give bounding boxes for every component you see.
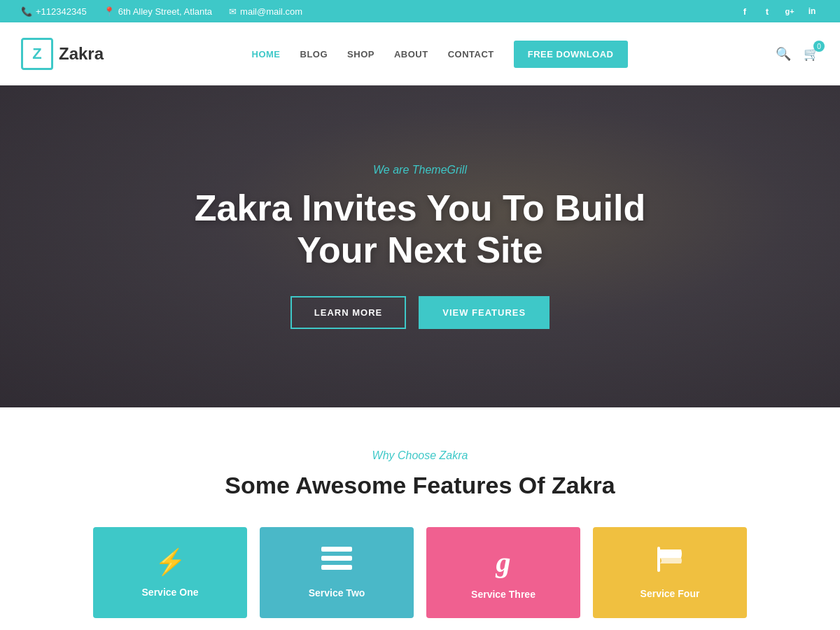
address-info: 📍 6th Alley Street, Atlanta bbox=[104, 6, 212, 17]
g-icon: g bbox=[496, 545, 511, 579]
facebook-link[interactable]: f bbox=[738, 4, 752, 18]
nav-links: HOME BLOG SHOP ABOUT CONTACT FREE DOWNLO… bbox=[252, 41, 628, 68]
top-bar: 📞 +112342345 📍 6th Alley Street, Atlanta… bbox=[0, 0, 840, 22]
nav-icons: 🔍 🛒 0 bbox=[776, 46, 819, 62]
svg-rect-0 bbox=[321, 547, 352, 552]
hero-subtitle: We are ThemeGrill bbox=[195, 164, 645, 176]
phone-icon: 📞 bbox=[21, 6, 32, 17]
features-section: Why Choose Zakra Some Awesome Features O… bbox=[0, 407, 840, 630]
nav-blog[interactable]: BLOG bbox=[300, 49, 328, 59]
hero-buttons: LEARN MORE VIEW FEATURES bbox=[195, 296, 645, 329]
service-three-label: Service Three bbox=[471, 589, 536, 600]
service-card-four: Service Four bbox=[593, 527, 747, 618]
learn-more-button[interactable]: LEARN MORE bbox=[290, 296, 406, 329]
hero-content: We are ThemeGrill Zakra Invites You To B… bbox=[195, 164, 645, 330]
service-one-label: Service One bbox=[142, 587, 199, 598]
twitter-link[interactable]: t bbox=[760, 4, 774, 18]
nav-contact[interactable]: CONTACT bbox=[448, 49, 494, 59]
flag-icon bbox=[656, 547, 684, 578]
nav-shop[interactable]: SHOP bbox=[347, 49, 374, 59]
email-icon: ✉ bbox=[229, 6, 237, 17]
service-card-one: Service One bbox=[93, 527, 247, 618]
list-icon bbox=[321, 547, 352, 578]
bolt-icon bbox=[155, 547, 186, 577]
service-card-two: Service Two bbox=[260, 527, 414, 618]
cart-icon[interactable]: 🛒 0 bbox=[804, 46, 819, 62]
logo-icon: Z bbox=[21, 38, 53, 70]
email-info: ✉ mail@mail.com bbox=[229, 6, 302, 17]
hero-title: Zakra Invites You To Build Your Next Sit… bbox=[195, 188, 645, 272]
svg-rect-2 bbox=[321, 565, 352, 570]
address-text: 6th Alley Street, Atlanta bbox=[118, 6, 212, 17]
googleplus-link[interactable]: g+ bbox=[783, 4, 797, 18]
logo[interactable]: Z Zakra bbox=[21, 38, 104, 70]
svg-rect-3 bbox=[657, 547, 660, 572]
cart-badge: 0 bbox=[813, 41, 825, 52]
nav-about[interactable]: ABOUT bbox=[394, 49, 428, 59]
free-download-button[interactable]: FREE DOWNLOAD bbox=[514, 41, 628, 68]
email-text: mail@mail.com bbox=[240, 6, 302, 17]
service-two-label: Service Two bbox=[309, 587, 365, 598]
linkedin-link[interactable]: in bbox=[805, 4, 819, 18]
svg-rect-1 bbox=[321, 556, 352, 561]
features-subtitle: Why Choose Zakra bbox=[21, 449, 819, 462]
social-links: f t g+ in bbox=[738, 4, 819, 18]
features-title: Some Awesome Features Of Zakra bbox=[21, 472, 819, 499]
search-icon[interactable]: 🔍 bbox=[776, 46, 791, 62]
view-features-button[interactable]: VIEW FEATURES bbox=[419, 296, 550, 329]
service-four-label: Service Four bbox=[640, 588, 700, 599]
logo-text: Zakra bbox=[59, 44, 104, 64]
hero-section: We are ThemeGrill Zakra Invites You To B… bbox=[0, 85, 840, 407]
phone-number: +112342345 bbox=[36, 6, 87, 17]
navbar: Z Zakra HOME BLOG SHOP ABOUT CONTACT FRE… bbox=[0, 22, 840, 85]
top-bar-contact: 📞 +112342345 📍 6th Alley Street, Atlanta… bbox=[21, 6, 302, 17]
location-icon: 📍 bbox=[104, 6, 115, 17]
nav-home[interactable]: HOME bbox=[252, 49, 281, 59]
service-card-three: g Service Three bbox=[426, 527, 580, 618]
service-cards: Service One Service Two g Service Three bbox=[21, 527, 819, 618]
phone-info: 📞 +112342345 bbox=[21, 6, 87, 17]
